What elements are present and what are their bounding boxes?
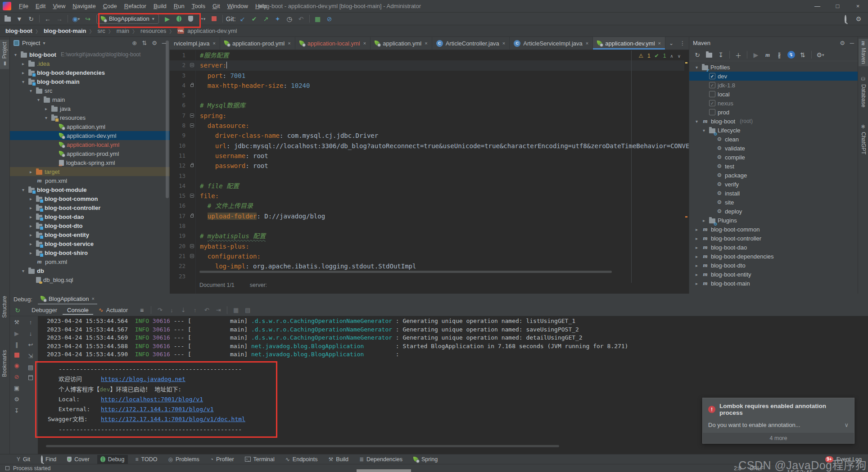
tree-item-blog-boot[interactable]: ▾blog-bootE:\workgit\javadog\blog\blog-b…	[10, 50, 170, 59]
chevron-down-icon[interactable]: ▾	[43, 41, 45, 45]
tree-item-java[interactable]: ▸java	[10, 104, 170, 113]
restricted-icon[interactable]: ⊘	[324, 14, 335, 24]
menu-file[interactable]: File	[15, 1, 32, 11]
settings-icon[interactable]: ⚙	[853, 14, 864, 24]
tree-item-blog-boot-common[interactable]: ▸blog-boot-common	[10, 194, 170, 203]
prev-issue-icon[interactable]: ∧	[670, 54, 673, 59]
maven-item-blog-boot-controller[interactable]: ▸blog-boot-controller	[689, 234, 858, 243]
line-number[interactable]: 3	[170, 71, 195, 81]
toolwindow-button-terminal[interactable]: Terminal	[242, 455, 278, 464]
chevron-icon[interactable]: ▸	[28, 232, 34, 237]
menu-edit[interactable]: Edit	[32, 1, 49, 11]
tree-item-blog-boot-shiro[interactable]: ▸blog-boot-shiro	[10, 248, 170, 257]
locate-file-icon[interactable]: ⊕	[132, 40, 137, 46]
tree-item-.idea[interactable]: ▸.idea	[10, 59, 170, 68]
profile-checkbox[interactable]	[709, 91, 715, 97]
git-history-icon[interactable]: ◷	[284, 14, 295, 24]
editor-tab-articleserviceimpl.java[interactable]: ArticleServiceImpl.java×	[510, 37, 593, 50]
tree-item-blog-boot-controller[interactable]: ▸blog-boot-controller	[10, 203, 170, 212]
maven-item-test[interactable]: test	[689, 162, 858, 171]
breadcrumb-item[interactable]: resources	[140, 27, 166, 34]
lombok-notification[interactable]: ! Lombok requires enabled annotation pro…	[702, 398, 854, 444]
step-over-icon[interactable]: ↷	[154, 307, 165, 313]
maven-item-blog-boot-entity[interactable]: ▸blog-boot-entity	[689, 270, 858, 279]
maven-item-blog-boot[interactable]: ▾blog-boot(root)	[689, 117, 858, 126]
tree-item-main[interactable]: ▾main	[10, 95, 170, 104]
next-issue-icon[interactable]: ∨	[678, 54, 681, 59]
hide-panel-icon[interactable]: ─	[850, 40, 854, 46]
toolwindow-button-endpoints[interactable]: ∿Endpoints	[282, 455, 321, 464]
open-icon[interactable]	[2, 14, 14, 24]
profile-checkbox[interactable]	[709, 109, 715, 115]
maven-execute-goal-icon[interactable]	[762, 50, 773, 60]
drop-frame-icon[interactable]: ↶	[201, 307, 212, 313]
toolwindow-button-git[interactable]: YGit	[14, 455, 33, 464]
git-push-icon[interactable]: ↗	[260, 14, 272, 24]
maven-run-icon[interactable]: ▶	[750, 50, 761, 60]
toolwindow-button-find[interactable]: Find	[38, 455, 59, 464]
chevron-down-icon[interactable]: ∨	[844, 422, 849, 428]
fold-region-icon[interactable]	[190, 215, 194, 218]
gear-icon[interactable]: ⚙	[840, 40, 845, 46]
editor-tab-application-prod.yml[interactable]: application-prod.yml×	[220, 37, 295, 50]
maven-item-blog-boot-dependencies[interactable]: ▸blog-boot-dependencies	[689, 252, 858, 261]
menu-git[interactable]: Git	[209, 1, 224, 11]
toolwindow-button-debug[interactable]: Debug	[97, 455, 128, 464]
line-number[interactable]: 13	[170, 171, 195, 181]
maximize-button[interactable]: □	[827, 0, 848, 12]
sidebar-item-chatgpt[interactable]: ✻ ChatGPT	[859, 122, 868, 157]
chevron-icon[interactable]: ▸	[28, 205, 34, 210]
sidebar-item-maven[interactable]: Maven	[859, 39, 868, 66]
fold-icon[interactable]	[190, 123, 194, 127]
chevron-icon[interactable]: ▸	[694, 263, 700, 268]
pause-icon[interactable]: ∥	[15, 341, 18, 348]
tree-item-target[interactable]: ▸target	[10, 167, 170, 176]
line-number[interactable]: 20	[170, 241, 195, 251]
maven-collapse-icon[interactable]: ⇅	[797, 50, 808, 60]
chevron-icon[interactable]: ▸	[694, 254, 700, 259]
toolwindow-button-todo[interactable]: ≡TODO	[132, 455, 161, 464]
close-icon[interactable]: ×	[288, 41, 290, 46]
editor-tab-application-local.yml[interactable]: application-local.yml×	[295, 37, 371, 50]
toolwindow-button-spring[interactable]: Spring	[410, 455, 441, 464]
breadcrumb-item[interactable]: blog-boot	[5, 27, 32, 34]
close-icon[interactable]: ×	[502, 41, 505, 46]
chevron-icon[interactable]: ▸	[694, 281, 700, 286]
close-icon[interactable]: ×	[658, 41, 661, 46]
fold-region-icon[interactable]	[190, 164, 194, 167]
maven-item-blog-boot-main[interactable]: ▸blog-boot-main	[689, 279, 858, 288]
line-number[interactable]: 21	[170, 251, 195, 261]
chevron-icon[interactable]: ▾	[694, 119, 700, 124]
view-breakpoints-icon[interactable]: ◉	[14, 362, 19, 369]
clear-console-icon[interactable]	[28, 375, 33, 380]
menu-build[interactable]: Build	[150, 1, 170, 11]
fold-icon[interactable]	[190, 244, 194, 248]
chevron-icon[interactable]: ▸	[694, 272, 700, 277]
line-number[interactable]: 11	[170, 151, 195, 161]
step-out-icon[interactable]: ↑	[190, 307, 200, 313]
layout-settings-icon[interactable]: ▤	[242, 307, 253, 313]
fold-icon[interactable]	[190, 113, 194, 118]
back-icon[interactable]: ←	[42, 14, 54, 24]
chevron-icon[interactable]: ▸	[20, 61, 26, 66]
chevron-icon[interactable]: ▾	[13, 52, 18, 57]
tab-debugger[interactable]: Debugger	[27, 305, 62, 315]
line-number[interactable]: 22	[170, 261, 195, 271]
console-hscrollbar[interactable]	[46, 445, 559, 447]
tree-item-resources[interactable]: ▾resources	[10, 113, 170, 122]
fold-icon[interactable]	[190, 63, 194, 67]
close-icon[interactable]: ×	[363, 41, 366, 46]
chevron-icon[interactable]: ▸	[694, 236, 700, 241]
chevron-icon[interactable]: ▸	[28, 223, 34, 228]
sidebar-item-database[interactable]: ⛁ Database	[859, 74, 868, 109]
expand-collapse-icon[interactable]: ⇅	[142, 40, 147, 46]
rerun-icon[interactable]: ↻	[12, 305, 23, 316]
chevron-icon[interactable]: ▸	[701, 218, 707, 223]
maven-item-prod[interactable]: prod	[689, 108, 858, 117]
project-scrollbar[interactable]	[166, 41, 169, 198]
chevron-icon[interactable]: ▸	[28, 169, 34, 174]
chevron-icon[interactable]: ▸	[28, 214, 34, 219]
menu-view[interactable]: View	[49, 1, 69, 11]
git-rollback-icon[interactable]: ↶	[295, 14, 307, 24]
tree-item-blog-boot-dto[interactable]: ▸blog-boot-dto	[10, 221, 170, 230]
